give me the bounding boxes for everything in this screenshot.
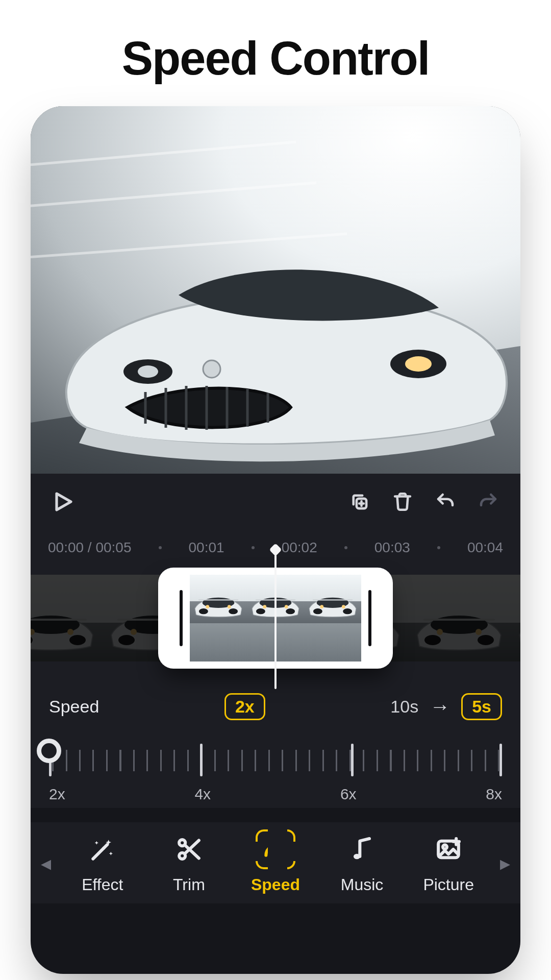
slider-major-tick: [351, 744, 354, 776]
tabs-scroll-left[interactable]: ◂: [35, 841, 57, 886]
tab-picture[interactable]: Picture: [406, 822, 491, 903]
video-preview[interactable]: [31, 106, 520, 474]
delete-button[interactable]: [388, 487, 417, 517]
duplicate-button[interactable]: [345, 487, 374, 517]
slider-label: 6x: [340, 786, 357, 803]
svg-point-22: [138, 365, 158, 378]
arrow-right-icon: →: [430, 695, 450, 718]
tab-label: Effect: [82, 875, 123, 894]
tab-label: Picture: [423, 875, 474, 894]
svg-point-36: [443, 845, 447, 849]
playhead[interactable]: [274, 548, 277, 689]
undo-button[interactable]: [431, 487, 460, 517]
speed-from-duration: 10s: [390, 697, 418, 717]
speed-panel: Speed 2x 10s → 5s 2x 4x 6x 8x: [31, 673, 520, 808]
clip-handle-left[interactable]: [180, 590, 183, 646]
gauge-icon: [261, 835, 290, 864]
tab-label: Trim: [173, 875, 205, 894]
speed-label: Speed: [49, 697, 99, 717]
slider-major-tick: [499, 744, 502, 776]
svg-line-32: [276, 846, 280, 852]
time-mark: 00:02: [282, 540, 317, 556]
tab-label: Music: [341, 875, 384, 894]
tab-speed[interactable]: Speed: [233, 822, 318, 903]
phone-frame: 00:00 / 00:05 00:01 00:02 00:03 00:04: [31, 106, 520, 974]
tab-label: Speed: [251, 875, 300, 894]
clip-handle-right[interactable]: [368, 590, 371, 646]
slider-track: [52, 750, 499, 771]
preview-car-illustration: [31, 106, 520, 474]
slider-knob[interactable]: [37, 739, 61, 763]
music-note-icon: [348, 835, 377, 864]
time-mark: 00:01: [189, 540, 224, 556]
scissors-icon: [174, 835, 203, 864]
play-button[interactable]: [48, 487, 78, 517]
speed-slider[interactable]: [49, 742, 502, 782]
tab-effect[interactable]: Effect: [60, 822, 145, 903]
slider-label: 4x: [194, 786, 211, 803]
promo-title: Speed Control: [0, 0, 551, 85]
time-mark: 00:03: [374, 540, 410, 556]
svg-point-20: [405, 356, 432, 372]
redo-button[interactable]: [473, 487, 503, 517]
time-mark: 00:04: [467, 540, 503, 556]
svg-point-34: [354, 854, 360, 859]
time-current-total: 00:00 / 00:05: [48, 540, 131, 556]
svg-point-33: [273, 850, 277, 853]
tool-tabs: ◂ Effect: [31, 822, 520, 903]
tabs-scroll-right[interactable]: ▸: [494, 841, 516, 886]
slider-label: 8x: [486, 786, 502, 803]
svg-marker-24: [57, 494, 71, 510]
timeline-strip[interactable]: [31, 566, 520, 673]
svg-point-23: [203, 360, 220, 378]
preview-toolbar: [31, 474, 520, 530]
wand-sparkles-icon: [88, 835, 117, 864]
slider-labels: 2x 4x 6x 8x: [49, 786, 502, 803]
slider-major-tick: [200, 744, 203, 776]
speed-to-duration-chip: 5s: [461, 693, 502, 720]
slider-label: 2x: [49, 786, 65, 803]
tab-music[interactable]: Music: [320, 822, 405, 903]
image-plus-icon: [434, 835, 463, 864]
speed-multiplier-chip[interactable]: 2x: [224, 693, 265, 720]
tab-trim[interactable]: Trim: [147, 822, 232, 903]
